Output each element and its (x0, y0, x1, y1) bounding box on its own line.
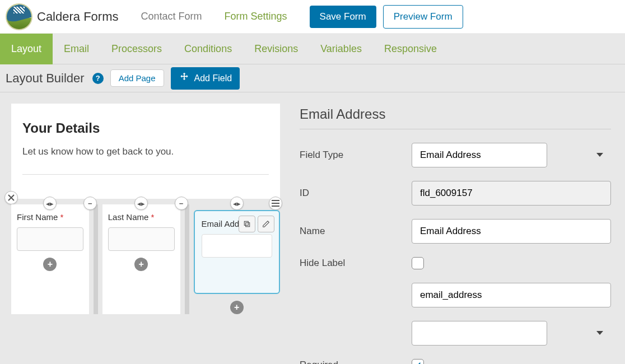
brand-text: Caldera Forms (37, 10, 118, 24)
duplicate-field-icon[interactable] (239, 216, 255, 232)
field-row: ◂▸ − First Name * + ◂▸ − (11, 199, 280, 314)
main: Your Details Let us know how to get back… (0, 92, 625, 364)
prop-id: ID (300, 181, 611, 206)
col-divider[interactable] (185, 204, 189, 314)
toolbar: Layout Builder ? Add Page Add Field (0, 64, 625, 92)
name-input[interactable] (412, 219, 611, 244)
subnav-revisions[interactable]: Revisions (243, 34, 309, 64)
subnav-conditions[interactable]: Conditions (173, 34, 243, 64)
save-form-button[interactable]: Save Form (310, 6, 376, 28)
first-name-input[interactable] (17, 227, 83, 251)
resize-col-icon[interactable]: ◂▸ (134, 197, 148, 210)
preview-form-button[interactable]: Preview Form (383, 5, 463, 29)
remove-col-icon[interactable]: − (83, 197, 97, 210)
divider (22, 174, 269, 175)
subnav-responsive[interactable]: Responsive (373, 34, 448, 64)
field-type-label: Field Type (300, 150, 412, 161)
prop-hide-label: Hide Label (300, 257, 611, 269)
remove-col-icon[interactable]: − (175, 197, 188, 210)
subnav-email[interactable]: Email (53, 34, 100, 64)
add-field-label: Add Field (194, 73, 232, 83)
col-divider[interactable] (94, 204, 98, 314)
id-input[interactable] (412, 181, 611, 206)
field-label-last-name: Last Name * (108, 212, 175, 222)
subnav: Layout Email Processors Conditions Revis… (0, 34, 625, 64)
form-section-subtitle: Let us know how to get back to you. (22, 146, 269, 157)
add-field-button[interactable]: Add Field (171, 67, 240, 90)
header: Caldera Forms Contact Form Form Settings… (0, 0, 625, 34)
tab-form-settings[interactable]: Form Settings (213, 0, 298, 34)
panel-divider (300, 129, 611, 129)
required-asterisk: * (151, 212, 155, 222)
edit-field-icon[interactable] (258, 216, 274, 232)
name-label: Name (300, 226, 412, 237)
hide-label-label: Hide Label (300, 258, 412, 269)
email-input[interactable] (202, 234, 272, 258)
add-field-in-col-icon[interactable]: + (230, 301, 244, 314)
panel-title: Email Address (300, 106, 611, 122)
last-name-input[interactable] (108, 227, 175, 251)
prop-required: Required (300, 359, 611, 364)
required-checkbox[interactable] (412, 359, 424, 364)
add-page-button[interactable]: Add Page (110, 69, 164, 87)
left-pane: Your Details Let us know how to get back… (0, 92, 280, 364)
hide-label-checkbox[interactable] (412, 257, 424, 269)
toolbar-title: Layout Builder (6, 71, 85, 86)
field-type-select[interactable] (412, 143, 547, 167)
move-icon (179, 72, 190, 85)
field-col-last-name[interactable]: ◂▸ − Last Name * + (102, 204, 180, 314)
resize-col-icon[interactable]: ◂▸ (43, 197, 57, 210)
help-icon[interactable]: ? (92, 73, 104, 84)
close-row-icon[interactable] (4, 191, 18, 204)
subnav-variables[interactable]: Variables (309, 34, 373, 64)
id-label: ID (300, 188, 412, 199)
svg-rect-0 (246, 223, 250, 227)
properties-panel: Email Address Field Type ID Name Hide La… (280, 92, 625, 364)
form-preview-section: Your Details Let us know how to get back… (11, 104, 280, 199)
prop-slug (300, 283, 611, 307)
svg-rect-1 (244, 221, 248, 225)
form-section-title: Your Details (22, 120, 269, 136)
field-col-first-name[interactable]: ◂▸ − First Name * + (11, 204, 89, 314)
tab-contact-form[interactable]: Contact Form (129, 0, 213, 34)
row-menu-icon[interactable] (269, 197, 282, 210)
logo-icon (6, 3, 32, 30)
slug-input[interactable] (412, 283, 611, 307)
brand-wrap: Caldera Forms (6, 3, 129, 30)
add-field-in-col-icon[interactable]: + (134, 258, 148, 271)
field-label-first-name: First Name * (17, 212, 83, 222)
prop-name: Name (300, 219, 611, 244)
required-label: Required (300, 360, 412, 364)
prop-field-type: Field Type (300, 143, 611, 167)
prop-extra-select (300, 321, 611, 346)
subnav-processors[interactable]: Processors (100, 34, 173, 64)
extra-select[interactable] (412, 321, 547, 346)
resize-col-icon[interactable]: ◂▸ (230, 197, 244, 210)
subnav-layout[interactable]: Layout (0, 34, 53, 64)
field-col-email-selected[interactable]: Email Address * (194, 210, 280, 294)
required-asterisk: * (60, 212, 64, 222)
add-field-in-col-icon[interactable]: + (43, 258, 57, 271)
